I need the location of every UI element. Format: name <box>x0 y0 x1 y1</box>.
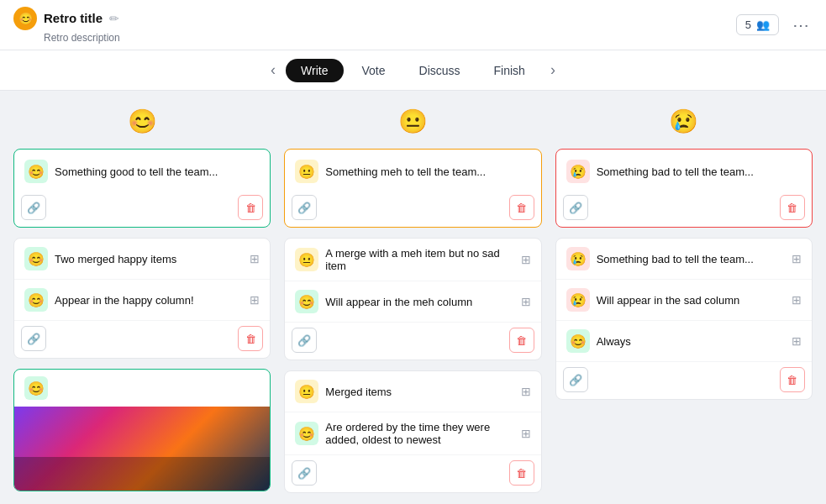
happy-card-1: 😊 Something good to tell the team... 🔗 🗑 <box>13 149 271 228</box>
nav-step-vote[interactable]: Vote <box>347 59 401 82</box>
merged-card-actions: 🔗 🗑 <box>14 320 270 358</box>
main-content: 😊 😊 Something good to tell the team... 🔗… <box>0 91 826 493</box>
image-card-emoji: 😊 <box>24 376 48 400</box>
unmerge-sad-1[interactable]: ⊞ <box>792 252 802 265</box>
more-options-button[interactable]: ⋯ <box>789 12 813 39</box>
sad-merged-text-1: Something bad to tell the team... <box>597 253 785 265</box>
header-left: 😊 Retro title ✏ Retro description <box>13 7 120 44</box>
navigation-bar: ‹ Write Vote Discuss Finish › <box>0 50 826 91</box>
delete-meh-merged-1[interactable]: 🗑 <box>509 328 534 353</box>
link-button-merged[interactable]: 🔗 <box>21 326 46 351</box>
header: 😊 Retro title ✏ Retro description 5 👥 ⋯ <box>0 0 826 50</box>
meh-merged-2-text-2: Are ordered by the time they were added,… <box>325 421 513 446</box>
meh-merged-1-text-1: A merge with a meh item but no sad item <box>325 247 513 272</box>
meh-merged-1-emoji-1: 😐 <box>295 248 318 271</box>
happy-card-1-text: Something good to tell the team... <box>55 165 260 178</box>
sad-merged-text-2: Will appear in the sad column <box>597 294 785 307</box>
link-meh-merged-1[interactable]: 🔗 <box>292 328 317 353</box>
delete-sad-merged[interactable]: 🗑 <box>780 367 805 392</box>
delete-sad-1[interactable]: 🗑 <box>780 195 805 220</box>
page-description: Retro description <box>13 32 120 44</box>
happy-column-header: 😊 <box>13 108 271 135</box>
nav-step-write[interactable]: Write <box>286 59 343 82</box>
input-section: Listen up I've got a lot to say and I'm … <box>0 493 826 504</box>
nav-step-finish[interactable]: Finish <box>479 59 540 82</box>
meh-emoji: 😐 <box>398 108 428 135</box>
header-title-row: 😊 Retro title ✏ <box>13 7 120 30</box>
happy-image-card: 😊 <box>13 369 271 491</box>
merged-item-1: 😊 Two merged happy items ⊞ <box>14 239 270 279</box>
unmerge-icon-2[interactable]: ⊞ <box>250 293 260 307</box>
page-title: Retro title <box>44 11 103 25</box>
link-button[interactable]: 🔗 <box>21 195 46 220</box>
unmerge-icon-1[interactable]: ⊞ <box>250 252 260 265</box>
image-placeholder <box>14 407 270 491</box>
delete-button[interactable]: 🗑 <box>238 195 263 220</box>
sad-merged-emoji-2: 😢 <box>566 288 590 312</box>
sad-column: 😢 😢 Something bad to tell the team... 🔗 … <box>555 108 813 493</box>
participants-count: 5 <box>745 18 751 31</box>
meh-column-header: 😐 <box>284 108 541 135</box>
meh-merged-2-emoji-1: 😐 <box>295 380 318 403</box>
unmerge-meh-1[interactable]: ⊞ <box>521 253 531 266</box>
unmerge-sad-2[interactable]: ⊞ <box>792 293 802 307</box>
unmerge-meh-2[interactable]: ⊞ <box>521 295 531 308</box>
merged-item-2: 😊 Appear in the happy column! ⊞ <box>14 279 270 320</box>
link-meh-merged-2[interactable]: 🔗 <box>292 460 317 486</box>
meh-column: 😐 😐 Something meh to tell the team... 🔗 … <box>284 108 541 493</box>
sad-card-1: 😢 Something bad to tell the team... 🔗 🗑 <box>555 149 813 228</box>
nav-next-button[interactable]: › <box>540 55 566 86</box>
meh-merged-1-emoji-2: 😊 <box>295 290 318 313</box>
merged-item-1-emoji: 😊 <box>24 247 48 270</box>
meh-merged-1-text-2: Will appear in the meh column <box>325 296 513 308</box>
link-sad-1[interactable]: 🔗 <box>563 195 588 220</box>
avatar: 😊 <box>13 7 37 30</box>
nav-steps: Write Vote Discuss Finish <box>286 59 540 82</box>
participants-icon: 👥 <box>756 18 770 31</box>
meh-merged-card-1: 😐 A merge with a meh item but no sad ite… <box>284 238 541 360</box>
unmerge-sad-3[interactable]: ⊞ <box>792 334 802 348</box>
unmerge-meh-3[interactable]: ⊞ <box>521 385 531 398</box>
meh-card-1-text: Something meh to tell the team... <box>325 165 530 178</box>
sad-merged-card: 😢 Something bad to tell the team... ⊞ 😢 … <box>555 238 813 400</box>
happy-column: 😊 😊 Something good to tell the team... 🔗… <box>13 108 271 493</box>
nav-prev-button[interactable]: ‹ <box>260 55 286 86</box>
card-single-content: 😊 Something good to tell the team... <box>14 150 270 190</box>
merged-item-2-text: Appear in the happy column! <box>55 294 243 307</box>
meh-merged-card-2: 😐 Merged items ⊞ 😊 Are ordered by the ti… <box>284 370 541 493</box>
merged-item-2-emoji: 😊 <box>24 288 48 312</box>
happy-merged-card: 😊 Two merged happy items ⊞ 😊 Appear in t… <box>13 238 271 359</box>
sad-merged-emoji-3: 😊 <box>566 329 590 353</box>
meh-merged-2-emoji-2: 😊 <box>295 422 318 445</box>
sad-card-1-emoji: 😢 <box>566 160 590 183</box>
delete-button-meh[interactable]: 🗑 <box>509 195 534 220</box>
header-right: 5 👥 ⋯ <box>736 12 813 39</box>
sad-column-header: 😢 <box>555 108 813 135</box>
merged-item-1-text: Two merged happy items <box>55 253 243 265</box>
happy-emoji: 😊 <box>128 108 157 135</box>
happy-card-1-emoji: 😊 <box>24 160 48 183</box>
edit-title-icon[interactable]: ✏ <box>109 12 119 25</box>
card-1-actions: 🔗 🗑 <box>14 190 270 227</box>
link-sad-merged[interactable]: 🔗 <box>563 367 588 392</box>
sad-card-1-text: Something bad to tell the team... <box>597 165 802 178</box>
delete-meh-merged-2[interactable]: 🗑 <box>509 460 534 486</box>
delete-button-merged[interactable]: 🗑 <box>238 326 263 351</box>
sad-merged-text-3: Always <box>597 335 785 348</box>
meh-card-1-emoji: 😐 <box>295 160 318 183</box>
meh-merged-2-text-1: Merged items <box>325 386 513 398</box>
app-container: 😊 Retro title ✏ Retro description 5 👥 ⋯ … <box>0 0 826 504</box>
nav-step-discuss[interactable]: Discuss <box>404 59 476 82</box>
meh-card-1: 😐 Something meh to tell the team... 🔗 🗑 <box>284 149 541 228</box>
unmerge-meh-4[interactable]: ⊞ <box>521 427 531 440</box>
participants-button[interactable]: 5 👥 <box>736 14 779 35</box>
sad-emoji: 😢 <box>669 108 698 135</box>
link-button-meh[interactable]: 🔗 <box>292 195 317 220</box>
sad-merged-emoji-1: 😢 <box>566 247 590 270</box>
